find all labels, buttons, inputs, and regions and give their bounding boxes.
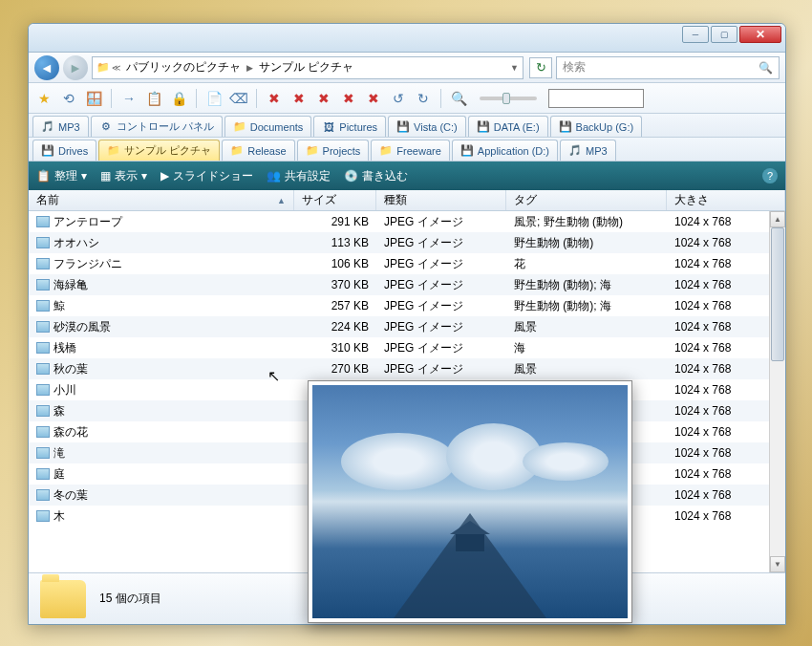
toolbar-icon-11[interactable]: ✖	[339, 89, 358, 108]
file-size: 291 KB	[294, 215, 376, 228]
burn-button[interactable]: 💿 書き込む	[344, 168, 408, 184]
toolbar-icon-15[interactable]: 🔍	[449, 89, 468, 108]
table-row[interactable]: オオハシ113 KBJPEG イメージ野生動物 (動物)1024 x 768	[29, 232, 785, 253]
tab-Drives[interactable]: 💾Drives	[32, 140, 96, 161]
share-button[interactable]: 👥 共有設定	[267, 168, 331, 184]
command-bar: 📋 整理 ▾ ▦ 表示 ▾ ▶ スライドショー 👥 共有設定 💿 書き込む ?	[29, 162, 785, 190]
slideshow-button[interactable]: ▶ スライドショー	[160, 168, 253, 184]
file-name: 桟橋	[53, 340, 76, 356]
tab-Vista (C:)[interactable]: 💾Vista (C:)	[388, 116, 466, 137]
close-button[interactable]: ✕	[739, 26, 781, 43]
toolbar-icon-4[interactable]: 📋	[144, 89, 163, 108]
tab-label: Vista (C:)	[414, 121, 458, 133]
separator	[440, 89, 441, 108]
col-dim[interactable]: 大きさ	[667, 190, 785, 210]
tabs-row-2: 💾Drives📁サンプル ピクチャ📁Release📁Projects📁Freew…	[29, 138, 785, 162]
dropdown-icon[interactable]: ▼	[510, 63, 519, 73]
view-menu[interactable]: ▦ 表示 ▾	[100, 168, 147, 184]
table-row[interactable]: 海緑亀370 KBJPEG イメージ野生動物 (動物); 海1024 x 768	[29, 274, 785, 295]
table-row[interactable]: 桟橋310 KBJPEG イメージ海1024 x 768	[29, 337, 785, 358]
file-dimensions: 1024 x 768	[667, 257, 785, 270]
tab-MP3[interactable]: 🎵MP3	[32, 116, 89, 137]
tab-DATA (E:)[interactable]: 💾DATA (E:)	[468, 116, 548, 137]
toolbar-icon-1[interactable]: ⟲	[59, 89, 78, 108]
table-row[interactable]: 鯨257 KBJPEG イメージ野生動物 (動物); 海1024 x 768	[29, 295, 785, 316]
file-tag: 海	[506, 340, 667, 356]
tab-Pictures[interactable]: 🖼Pictures	[313, 116, 386, 137]
toolbar-icon-5[interactable]: 🔒	[169, 89, 188, 108]
file-type: JPEG イメージ	[376, 277, 506, 293]
toolbar-icon-13[interactable]: ↺	[389, 89, 408, 108]
tab-label: BackUp (G:)	[576, 121, 634, 133]
toolbar-icon-3[interactable]: →	[119, 89, 139, 108]
filter-input[interactable]	[548, 89, 644, 108]
toolbar-icon-9[interactable]: ✖	[289, 89, 309, 108]
table-row[interactable]: フランジパニ106 KBJPEG イメージ花1024 x 768	[29, 253, 785, 274]
table-row[interactable]: 砂漠の風景224 KBJPEG イメージ風景1024 x 768	[29, 316, 785, 337]
tab-icon: 🎵	[41, 120, 54, 134]
tab-icon: 💾	[396, 120, 410, 134]
tab-BackUp (G:)[interactable]: 💾BackUp (G:)	[550, 116, 643, 137]
tab-MP3[interactable]: 🎵MP3	[560, 140, 616, 161]
col-type[interactable]: 種類	[376, 190, 506, 210]
tab-icon: 💾	[41, 144, 54, 158]
tab-Application (D:)[interactable]: 💾Application (D:)	[452, 140, 558, 161]
file-tag: 野生動物 (動物)	[506, 235, 667, 251]
minimize-button[interactable]: ─	[682, 26, 709, 43]
breadcrumb[interactable]: 📁 ≪ パブリックのピクチャ ▶ サンプル ピクチャ ▼	[92, 56, 524, 79]
zoom-slider[interactable]	[480, 97, 537, 100]
refresh-button[interactable]: ↻	[529, 57, 552, 78]
toolbar-icon-12[interactable]: ✖	[364, 89, 383, 108]
image-file-icon	[36, 447, 50, 459]
chevron-right-icon: ▶	[246, 63, 253, 73]
breadcrumb-segment[interactable]: サンプル ピクチャ	[255, 59, 357, 75]
scrollbar[interactable]: ▲ ▼	[769, 211, 785, 572]
toolbar-icon-6[interactable]: 📄	[204, 89, 224, 108]
tab-icon: 📁	[107, 144, 120, 158]
tab-icon: 📁	[379, 144, 393, 158]
image-file-icon	[36, 321, 50, 333]
col-name[interactable]: 名前▲	[29, 190, 294, 210]
file-size: 370 KB	[294, 278, 376, 291]
back-button[interactable]: ◄	[34, 55, 59, 80]
toolbar-icon-7[interactable]: ⌫	[229, 89, 248, 108]
help-icon[interactable]: ?	[762, 168, 778, 183]
scroll-down-icon[interactable]: ▼	[770, 556, 785, 572]
search-placeholder: 検索	[563, 59, 586, 75]
tab-icon: 📁	[306, 144, 319, 158]
file-dimensions: 1024 x 768	[667, 362, 785, 376]
col-size[interactable]: サイズ	[294, 190, 376, 210]
table-row[interactable]: 秋の葉270 KBJPEG イメージ風景1024 x 768	[29, 358, 785, 379]
file-type: JPEG イメージ	[376, 256, 506, 272]
toolbar-icon-0[interactable]: ★	[34, 89, 53, 108]
toolbar: ★⟲🪟→📋🔒📄⌫✖✖✖✖✖↺↻🔍	[29, 83, 785, 114]
file-dimensions: 1024 x 768	[667, 383, 785, 397]
toolbar-icon-14[interactable]: ↻	[414, 89, 433, 108]
tab-サンプル ピクチャ[interactable]: 📁サンプル ピクチャ	[98, 140, 220, 161]
file-name: フランジパニ	[53, 256, 122, 272]
table-row[interactable]: アンテロープ291 KBJPEG イメージ風景; 野生動物 (動物)1024 x…	[29, 211, 785, 232]
tab-Release[interactable]: 📁Release	[222, 140, 294, 161]
tab-Projects[interactable]: 📁Projects	[297, 140, 370, 161]
image-file-icon	[36, 405, 50, 417]
breadcrumb-segment[interactable]: パブリックのピクチャ	[122, 59, 245, 75]
scroll-up-icon[interactable]: ▲	[770, 211, 785, 227]
search-input[interactable]: 検索 🔍	[556, 56, 780, 79]
tab-label: Freeware	[396, 145, 440, 157]
tab-コントロール パネル[interactable]: ⚙コントロール パネル	[91, 116, 223, 137]
maximize-button[interactable]: ▢	[711, 26, 737, 43]
tab-label: DATA (E:)	[494, 121, 540, 133]
file-dimensions: 1024 x 768	[667, 446, 785, 460]
item-count: 15 個の項目	[99, 591, 161, 607]
tab-Documents[interactable]: 📁Documents	[224, 116, 312, 137]
organize-menu[interactable]: 📋 整理 ▾	[36, 168, 87, 184]
toolbar-icon-2[interactable]: 🪟	[84, 89, 103, 108]
forward-button[interactable]: ►	[63, 55, 88, 80]
column-headers: 名前▲ サイズ 種類 タグ 大きさ	[29, 190, 785, 211]
scroll-thumb[interactable]	[771, 227, 784, 361]
tab-label: Application (D:)	[478, 145, 549, 157]
tab-Freeware[interactable]: 📁Freeware	[371, 140, 449, 161]
toolbar-icon-8[interactable]: ✖	[265, 89, 284, 108]
col-tag[interactable]: タグ	[506, 190, 667, 210]
toolbar-icon-10[interactable]: ✖	[314, 89, 333, 108]
